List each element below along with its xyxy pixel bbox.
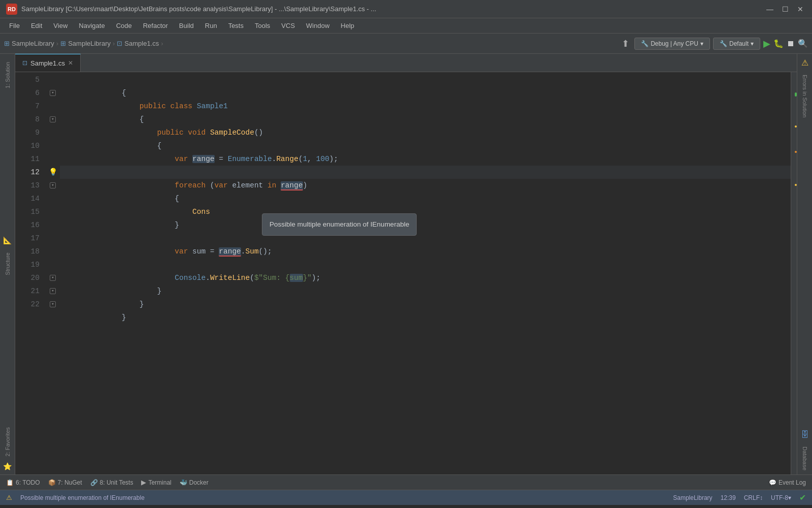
breadcrumb: ⊞ SampleLibrary › ⊞ SampleLibrary › ⊡ Sa… [4,40,163,47]
fold-arrow-22[interactable]: ▾ [50,301,56,307]
code-line-22: } [60,298,791,311]
status-charset[interactable]: UTF-8▾ [771,494,791,501]
breadcrumb-project[interactable]: SampleLibrary [68,40,111,47]
stop-button[interactable]: ⏹ [787,39,795,48]
menu-refactor[interactable]: Refactor [138,20,173,31]
minimize-button[interactable]: — [764,4,775,15]
code-line-19: Console.WriteLine($"Sum: {sum}"); [60,258,791,271]
search-button[interactable]: 🔍 [798,39,808,48]
toolbar: ⊞ SampleLibrary › ⊞ SampleLibrary › ⊡ Sa… [0,34,812,54]
menu-file[interactable]: File [4,20,25,31]
app-icon: RD [6,4,17,15]
status-message: Possible multiple enumeration of IEnumer… [20,494,145,501]
fold-arrow-8[interactable]: ▾ [50,116,56,122]
code-line-13: { [60,179,791,192]
breadcrumb-icon-project: ⊞ [60,40,66,47]
database-icon[interactable]: 🗄 [801,430,809,439]
line-num-8: 8 [15,113,40,126]
tab-label: Sample1.cs [30,59,65,67]
menu-code[interactable]: Code [111,20,137,31]
gutter-12: 💡 [46,166,60,179]
terminal-icon: ▶ [141,479,146,486]
sidebar-tab-favorites[interactable]: 2: Favorites [3,423,13,460]
gutter-19 [46,258,60,271]
gutter-13: ▾ [46,179,60,192]
structure-icon[interactable]: 📐 [3,236,12,244]
event-log-icon: 💬 [769,479,776,486]
title-bar: RD SampleLibrary [C:\Users\maart\Desktop… [0,0,812,18]
breadcrumb-solution[interactable]: SampleLibrary [12,40,54,47]
fold-arrow-13[interactable]: ▾ [50,182,56,188]
menu-vcs[interactable]: VCS [276,20,300,31]
debug-button[interactable]: 🐛 [773,39,784,48]
bulb-icon-12[interactable]: 💡 [49,166,57,179]
code-line-14: Cons [60,192,791,205]
run-button[interactable]: ▶ [763,38,770,49]
chevron-down-icon: ▾ [700,40,703,47]
code-line-10: var range = Enumerable.Range(1, 100); [60,139,791,152]
nuget-tab[interactable]: 📦 7: NuGet [48,479,82,486]
breadcrumb-icon-file: ⊡ [117,40,122,47]
event-log-tab[interactable]: 💬 Event Log [769,479,806,486]
todo-tab[interactable]: 📋 6: TODO [6,479,40,486]
errors-in-solution-tab[interactable]: Errors in Solution [800,71,810,121]
docker-label: Docker [189,479,209,486]
fold-arrow-6[interactable]: ▾ [50,90,56,96]
gutter-20: ▾ [46,271,60,284]
menu-edit[interactable]: Edit [26,20,47,31]
debug-config-dropdown[interactable]: 🔧 Debug | Any CPU ▾ [634,38,710,50]
tab-file-icon: ⊡ [22,59,27,67]
gutter-8: ▾ [46,113,60,126]
tab-sample1-cs[interactable]: ⊡ Sample1.cs ✕ [15,54,81,72]
menu-window[interactable]: Window [301,20,334,31]
gutter-9 [46,126,60,139]
todo-label: 6: TODO [16,479,40,486]
menu-help[interactable]: Help [335,20,359,31]
editor-area: ⊡ Sample1.cs ✕ 5 6 7 8 9 10 11 12 13 14 … [15,54,797,474]
line-num-19: 19 [15,258,40,271]
debug-icon: 🔧 [641,40,649,47]
scrollbar-track[interactable] [791,72,797,474]
gutter-10 [46,139,60,152]
fold-arrow-20[interactable]: ▾ [50,275,56,281]
status-crlf[interactable]: CRLF↕ [744,494,763,501]
gutter-6: ▾ [46,86,60,100]
breadcrumb-file[interactable]: Sample1.cs [124,40,159,47]
menu-view[interactable]: View [48,20,73,31]
bottom-toolbar: 📋 6: TODO 📦 7: NuGet 🔗 8: Unit Tests ▶ T… [0,474,812,490]
terminal-tab[interactable]: ▶ Terminal [141,479,171,486]
run-config-chevron: ▾ [751,40,754,47]
menu-build[interactable]: Build [174,20,199,31]
docker-tab[interactable]: 🐳 Docker [180,479,209,486]
run-config-icon: 🔧 [720,40,727,47]
menu-navigate[interactable]: Navigate [74,20,110,31]
line-num-5: 5 [15,73,40,86]
run-config-dropdown[interactable]: 🔧 Default ▾ [713,38,760,50]
menu-run[interactable]: Run [200,20,222,31]
maximize-button[interactable]: ☐ [780,4,791,15]
menu-tests[interactable]: Tests [223,20,249,31]
line-num-20: 20 [15,271,40,284]
line-num-22: 22 [15,298,40,311]
code-editor[interactable]: 5 6 7 8 9 10 11 12 13 14 15 16 17 18 19 … [15,72,797,474]
gutter-15 [46,205,60,218]
line-num-9: 9 [15,126,40,139]
code-line-18 [60,245,791,258]
database-tab[interactable]: Database [800,442,810,474]
fold-arrow-21[interactable]: ▾ [50,288,56,294]
tab-close-button[interactable]: ✕ [68,59,73,67]
code-content[interactable]: { public class Sample1 { public void Sam… [60,72,791,474]
unit-tests-tab[interactable]: 🔗 8: Unit Tests [90,479,133,486]
close-button[interactable]: ✕ [795,4,806,15]
breadcrumb-sep3: › [161,40,163,47]
run-config-label: Default [729,40,749,47]
warning-icon[interactable]: ⚠ [801,58,808,68]
breadcrumb-sep1: › [56,40,58,47]
gutter-21: ▾ [46,284,60,298]
favorites-icon[interactable]: ⭐ [3,462,12,470]
menu-tools[interactable]: Tools [250,20,275,31]
line-num-6: 6 [15,86,40,100]
sidebar-tab-solution[interactable]: 1: Solution [3,58,13,92]
sidebar-tab-structure[interactable]: Structure [3,248,13,279]
deploy-icon[interactable]: ⬆ [622,38,629,49]
